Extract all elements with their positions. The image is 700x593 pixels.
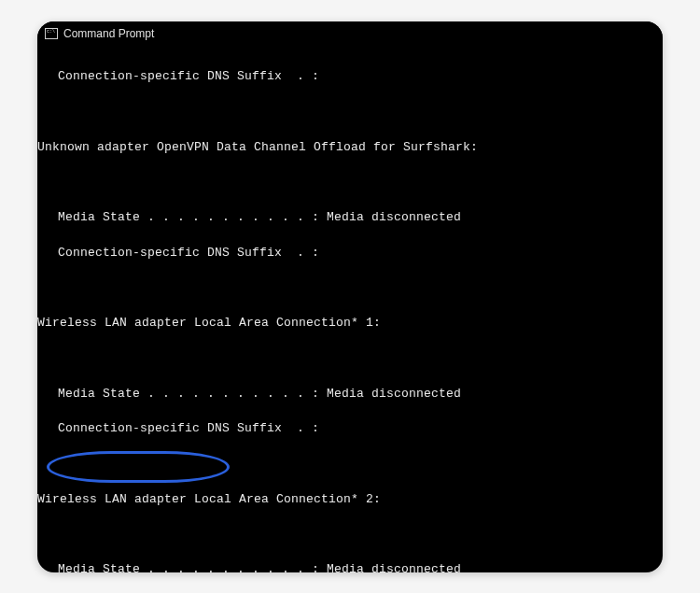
output-line: Media State . . . . . . . . . . . : Medi… [37,561,663,572]
output-line: Media State . . . . . . . . . . . : Medi… [37,209,663,227]
blank-line [37,174,663,191]
command-prompt-window: Command Prompt Connection-specific DNS S… [37,21,663,572]
titlebar[interactable]: Command Prompt [37,21,663,46]
output-line: Connection-specific DNS Suffix . : [37,245,663,262]
terminal-output[interactable]: Connection-specific DNS Suffix . : Unkno… [37,46,663,572]
adapter-header: Unknown adapter OpenVPN Data Channel Off… [37,139,663,157]
adapter-header: Wireless LAN adapter Local Area Connecti… [37,315,663,332]
output-line: Connection-specific DNS Suffix . : [37,68,663,86]
window-title: Command Prompt [63,27,154,40]
blank-line [37,350,663,368]
blank-line [37,456,663,473]
blank-line [37,104,663,121]
adapter-header: Wireless LAN adapter Local Area Connecti… [37,491,663,509]
blank-line [37,279,663,297]
output-line: Connection-specific DNS Suffix . : [37,420,663,438]
cmd-icon [45,28,58,39]
blank-line [37,526,663,544]
output-line: Media State . . . . . . . . . . . : Medi… [37,386,663,403]
